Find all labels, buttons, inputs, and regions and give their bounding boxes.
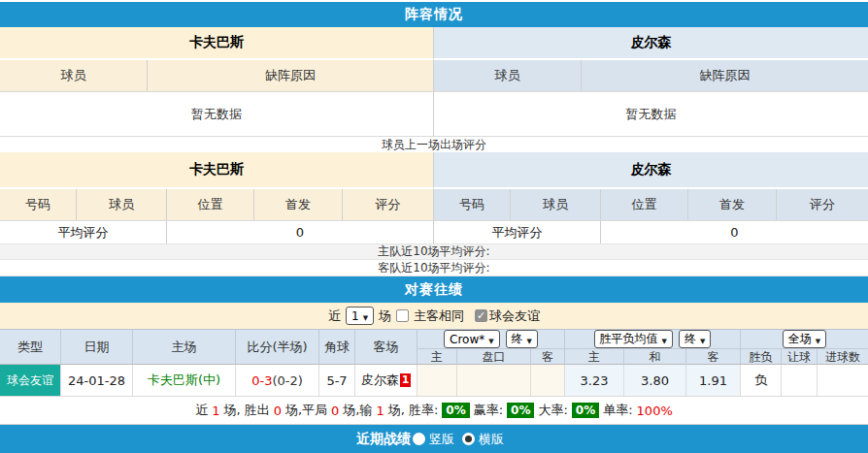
h2h-filter-row: 近 1 场 主客相同 球会友谊 — [0, 303, 868, 329]
goals-cell — [818, 365, 868, 396]
handicap-home-cell — [417, 365, 457, 396]
summary-text: 场, — [388, 402, 405, 419]
handicap-final-value: 终 — [512, 331, 523, 347]
single-label: 单率: — [603, 402, 632, 419]
away-starter-col: 首发 — [688, 189, 777, 220]
away-team-name-rating: 皮尔森 — [434, 152, 868, 189]
near-label: 近 — [328, 307, 341, 325]
away-score-col: 评分 — [777, 189, 868, 220]
recent-section-header: 近期战绩 竖版 横版 — [0, 425, 868, 453]
lineup-section-header: 阵容情况 — [0, 2, 868, 27]
halftime-score: (0-2) — [272, 373, 302, 388]
scope-select[interactable]: 全场 — [783, 330, 826, 348]
summary-text: 场,平局 — [285, 402, 327, 419]
bookmaker-select[interactable]: Crow* — [444, 330, 500, 348]
club-friendly-label: 球会友谊 — [489, 307, 540, 325]
away-avg-value: 0 — [601, 221, 868, 243]
away-team-cell[interactable]: 皮尔森1 — [355, 365, 417, 396]
home-score-col: 评分 — [343, 189, 433, 220]
corner-col: 角球 — [319, 330, 355, 364]
vertical-label: 竖版 — [429, 431, 454, 448]
club-friendly-checkbox[interactable] — [475, 309, 487, 322]
same-venue-checkbox[interactable] — [396, 309, 409, 322]
handicap-final-select[interactable]: 终 — [506, 330, 538, 348]
horizontal-label: 横版 — [479, 431, 504, 448]
odds-away-cell: 1.91 — [686, 365, 741, 396]
summary-text: 场, — [224, 402, 241, 419]
match-date-cell: 24-01-28 — [61, 365, 133, 396]
fulltime-score: 0-3 — [251, 373, 272, 388]
date-col: 日期 — [61, 330, 133, 364]
odds-type-select[interactable]: 胜平负均值 — [594, 330, 673, 348]
away-avg-label: 平均评分 — [434, 221, 601, 243]
oddswin-label: 赢率: — [474, 402, 503, 419]
chevron-down-icon — [700, 333, 705, 346]
rating-column-headers: 号码 球员 位置 首发 评分 号码 球员 位置 首发 评分 — [0, 189, 868, 221]
goals-col: 进球数 — [818, 349, 868, 366]
h2h-summary-row: 近 1 场, 胜出 0 场,平局 0 场,输 1 场, 胜率: 0% 赢率: 0… — [0, 397, 868, 424]
home-avg-label: 平均评分 — [0, 221, 167, 243]
corner-cell: 5-7 — [319, 365, 355, 396]
away-number-col: 号码 — [434, 189, 511, 220]
home-player2-col: 球员 — [77, 189, 167, 220]
lineup-column-headers: 球员 缺阵原因 球员 缺阵原因 — [0, 60, 868, 92]
result-cell: 负 — [741, 365, 782, 396]
match-count-value: 1 — [351, 309, 359, 323]
odds-group: 胜平负均值 终 主 和 客 — [565, 330, 741, 364]
summary-draws: 0 — [331, 404, 339, 418]
letball-col: 让球 — [782, 349, 818, 366]
horizontal-radio[interactable] — [462, 433, 475, 445]
result-group: 全场 胜负 让球 进球数 — [741, 330, 868, 364]
same-venue-label: 主客相同 — [414, 307, 464, 325]
h2h-header: 类型 日期 主场 比分(半场) 角球 客场 Crow* 终 主 — [0, 330, 868, 365]
odds-draw-col: 和 — [624, 349, 686, 366]
odds-home-cell: 3.23 — [565, 365, 624, 396]
winrate-label: 胜率: — [409, 402, 438, 419]
lineup-data: 暂无数据 暂无数据 — [0, 92, 868, 137]
home-team-cell[interactable]: 卡夫巴斯(中) — [133, 365, 236, 396]
away-col: 客场 — [355, 330, 417, 364]
single-rate: 100% — [637, 404, 673, 418]
away-no-data: 暂无数据 — [434, 92, 868, 137]
home-no-data: 暂无数据 — [0, 92, 434, 137]
home-number-col: 号码 — [0, 189, 77, 220]
away-position-col: 位置 — [601, 189, 688, 220]
summary-wins: 0 — [274, 404, 282, 418]
handicap-line-col: 盘口 — [457, 349, 531, 366]
lineup-title: 阵容情况 — [405, 6, 463, 23]
chevron-down-icon — [527, 333, 532, 346]
home-starter-col: 首发 — [254, 189, 343, 220]
home-team-name: 卡夫巴斯 — [0, 27, 434, 60]
home-team-name-rating: 卡夫巴斯 — [0, 152, 434, 189]
score-col: 比分(半场) — [236, 330, 319, 364]
odds-draw-cell: 3.80 — [624, 365, 686, 396]
odds-final-value: 终 — [684, 331, 696, 347]
vertical-radio[interactable] — [413, 433, 425, 445]
handicap-away-cell — [531, 365, 565, 396]
chevron-down-icon — [363, 309, 368, 323]
away-reason-col: 缺阵原因 — [582, 60, 868, 91]
match-count-select[interactable]: 1 — [346, 307, 374, 325]
match-type-cell: 球会友谊 — [0, 365, 61, 396]
handicap-home-col: 主 — [417, 349, 457, 366]
home-avg-value: 0 — [167, 221, 433, 243]
away-player-col: 球员 — [434, 60, 582, 91]
matches-label: 场 — [379, 307, 391, 325]
over-label: 大率: — [538, 402, 567, 419]
away-rank-badge: 1 — [400, 373, 411, 387]
over-badge: 0% — [572, 403, 599, 418]
home-team-link[interactable]: 卡夫巴斯(中) — [148, 372, 220, 389]
rating-average-row: 平均评分 0 平均评分 0 — [0, 221, 868, 244]
score-cell: 0-3(0-2) — [236, 365, 319, 396]
away-team-link[interactable]: 皮尔森 — [361, 372, 399, 389]
odds-final-select[interactable]: 终 — [679, 330, 711, 348]
h2h-data-row: 球会友谊 24-01-28 卡夫巴斯(中) 0-3(0-2) 5-7 皮尔森1 … — [0, 365, 868, 397]
h2h-section-header: 对赛往绩 — [0, 276, 868, 303]
odds-away-col: 客 — [686, 349, 740, 366]
summary-text: 场,输 — [343, 402, 372, 419]
winrate-badge: 0% — [442, 403, 469, 418]
summary-total: 1 — [212, 404, 219, 418]
chevron-down-icon — [662, 333, 667, 346]
chevron-down-icon — [488, 333, 493, 346]
summary-text: 胜出 — [245, 402, 270, 419]
